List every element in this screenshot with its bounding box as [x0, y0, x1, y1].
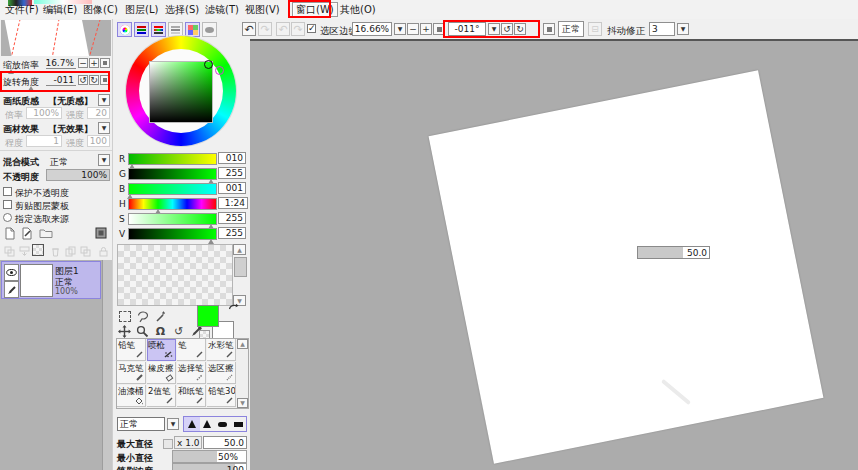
view-normal-button[interactable]: 正常 — [558, 21, 584, 37]
s-value[interactable]: 255 — [218, 212, 246, 224]
color-wheel-toggle[interactable] — [117, 22, 132, 37]
brush-pen[interactable]: 笔 — [177, 339, 206, 361]
h-value[interactable]: 1:24 — [218, 197, 248, 209]
new-layer-icon[interactable] — [2, 226, 17, 240]
rotate-canvas-tool[interactable]: Ω — [153, 324, 168, 338]
brush-paper-pen[interactable]: 和纸笔 — [177, 385, 206, 407]
move-tool[interactable] — [117, 324, 132, 338]
brush-watercolor[interactable]: 水彩笔 — [207, 339, 236, 361]
jitter-value-field[interactable]: 3 — [649, 22, 675, 36]
zoom-dropdown-button[interactable]: ▼ — [394, 23, 406, 35]
rgb-sliders-toggle[interactable] — [134, 22, 149, 37]
foreground-color-swatch[interactable] — [197, 305, 219, 327]
zoom-out-button[interactable]: − — [407, 23, 419, 35]
undo-button[interactable]: ↶ — [242, 22, 256, 36]
g-slider[interactable] — [128, 168, 217, 180]
hue-cursor[interactable] — [215, 66, 224, 75]
flip-view-button[interactable]: ⊟ — [588, 22, 602, 36]
brush-size-popup-slider[interactable]: 50.0 — [637, 246, 710, 259]
nav-rotate-reset-button[interactable] — [100, 75, 110, 85]
b-value[interactable]: 001 — [218, 182, 246, 194]
sv-square[interactable] — [150, 62, 212, 122]
menu-item-filter[interactable]: 滤镜(T) — [205, 3, 239, 16]
v-slider[interactable] — [128, 228, 217, 240]
menu-item-edit[interactable]: 编辑(E) — [43, 3, 77, 16]
density-slider[interactable]: 100 — [172, 463, 247, 470]
menu-item-select[interactable]: 选择(S) — [165, 3, 199, 16]
brush-eraser[interactable]: 橡皮擦 — [147, 362, 176, 384]
scratch-scroll-up[interactable]: ▲ — [233, 244, 246, 255]
menu-item-view[interactable]: 视图(V) — [245, 3, 280, 16]
brush-tip-hard[interactable] — [231, 417, 247, 431]
nav-zoom-reset-button[interactable] — [100, 58, 110, 68]
nav-zoom-slider-thumb[interactable] — [8, 69, 14, 74]
v-value[interactable]: 255 — [218, 227, 246, 239]
nav-zoom-out-button[interactable]: − — [78, 58, 88, 68]
rotate-reset-button[interactable] — [543, 23, 555, 35]
new-linework-layer-icon[interactable] — [20, 226, 35, 240]
scratch-scroll-thumb[interactable] — [234, 257, 247, 277]
r-value[interactable]: 010 — [218, 152, 246, 164]
layer-row[interactable]: 图层1 正常 100% — [1, 261, 101, 299]
nav-zoom-value[interactable]: 16.7% — [46, 57, 76, 69]
jitter-dropdown-button[interactable]: ▼ — [677, 23, 689, 35]
marquee-tool[interactable] — [117, 309, 132, 323]
brush-bucket[interactable]: 油漆桶 — [117, 385, 146, 407]
max-diameter-value[interactable]: 50.0 — [203, 436, 247, 449]
menu-item-layer[interactable]: 图层(L) — [125, 3, 158, 16]
magic-wand-tool[interactable] — [153, 309, 168, 323]
swatches-toggle[interactable] — [185, 22, 200, 37]
zoom-value-field[interactable]: 16.66% — [352, 22, 392, 36]
nav-rotation-value[interactable]: -011 — [46, 74, 76, 86]
layer-visibility-toggle[interactable] — [4, 264, 19, 281]
layer-paint-indicator[interactable] — [4, 281, 19, 298]
h-slider[interactable] — [128, 198, 217, 210]
zoom-in-button[interactable]: + — [420, 23, 432, 35]
g-value[interactable]: 255 — [218, 167, 246, 179]
hsv-sliders-toggle[interactable] — [151, 22, 166, 37]
selection-redo-button[interactable]: ↷ — [291, 22, 305, 36]
max-diameter-checkbox[interactable] — [163, 439, 173, 449]
angle-value-field[interactable]: -011° — [448, 22, 486, 36]
sv-cursor[interactable] — [204, 60, 213, 69]
layer-mask-icon[interactable] — [93, 226, 108, 240]
r-slider[interactable] — [128, 153, 217, 165]
lasso-tool[interactable] — [135, 309, 150, 323]
menu-item-file[interactable]: 文件(F) — [5, 3, 39, 16]
nav-rotation-slider-thumb[interactable] — [28, 86, 34, 91]
zoom-tool[interactable] — [135, 324, 150, 338]
brush-tip-round[interactable] — [215, 417, 231, 431]
color-mixer-toggle[interactable] — [168, 22, 183, 37]
rotate-cw-button[interactable]: ↻ — [514, 23, 526, 35]
swatch-scratch-area[interactable] — [117, 244, 233, 306]
brush-select-pen[interactable]: 选择笔 — [177, 362, 206, 384]
clipping-mask-checkbox[interactable] — [3, 200, 12, 209]
menu-item-image[interactable]: 图像(C) — [83, 3, 118, 16]
brush-grid-scroll-down[interactable]: ▼ — [237, 398, 248, 408]
s-slider[interactable] — [128, 213, 217, 225]
menu-item-window[interactable]: 窗口(W) — [292, 2, 338, 17]
layer-list-scrollbar[interactable] — [102, 260, 112, 470]
redo-button[interactable]: ↷ — [258, 22, 272, 36]
blend-mode-value[interactable]: 正常 — [50, 156, 68, 169]
angle-dropdown-button[interactable]: ▼ — [488, 23, 500, 35]
nav-rotate-cw-button[interactable]: ↻ — [89, 75, 99, 85]
brush-pencil30[interactable]: 铅笔30 — [207, 385, 236, 407]
brush-binary-pen[interactable]: 2值笔 — [147, 385, 176, 407]
canvas-viewport[interactable]: 50.0 — [250, 41, 858, 470]
protect-opacity-checkbox[interactable] — [3, 187, 12, 196]
menu-item-others[interactable]: 其他(O) — [340, 3, 376, 16]
canvas-page[interactable] — [429, 70, 824, 463]
paper-texture-dropdown[interactable]: ▼ — [98, 94, 110, 106]
new-layer-set-icon[interactable] — [38, 226, 53, 240]
brush-tip-linear[interactable] — [200, 417, 216, 431]
brush-tip-soft[interactable] — [184, 417, 200, 431]
max-diameter-multiplier[interactable]: x 1.0 — [174, 436, 202, 449]
selection-edge-checkbox[interactable]: ✓ — [307, 24, 316, 33]
swap-colors-icon[interactable] — [228, 303, 239, 316]
brush-blend-mode-field[interactable]: 正常 — [117, 417, 165, 431]
rotate-ccw-button[interactable]: ↺ — [501, 23, 513, 35]
brush-pencil[interactable]: 铅笔 — [117, 339, 146, 361]
brush-blend-mode-dropdown[interactable]: ▼ — [167, 418, 179, 430]
brush-marker[interactable]: 马克笔 — [117, 362, 146, 384]
